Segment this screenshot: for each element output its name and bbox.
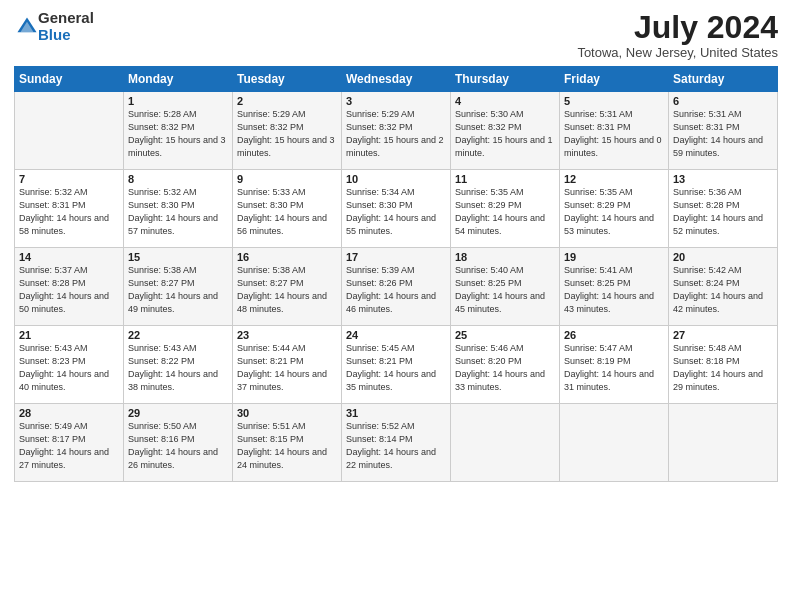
day-number: 24 (346, 329, 446, 341)
day-number: 30 (237, 407, 337, 419)
title-block: July 2024 Totowa, New Jersey, United Sta… (577, 10, 778, 60)
day-info: Sunrise: 5:36 AMSunset: 8:28 PMDaylight:… (673, 186, 773, 238)
day-info: Sunrise: 5:31 AMSunset: 8:31 PMDaylight:… (564, 108, 664, 160)
day-number: 3 (346, 95, 446, 107)
day-info: Sunrise: 5:52 AMSunset: 8:14 PMDaylight:… (346, 420, 446, 472)
logo-general: General (38, 10, 94, 27)
day-cell: 26Sunrise: 5:47 AMSunset: 8:19 PMDayligh… (560, 326, 669, 404)
day-info: Sunrise: 5:34 AMSunset: 8:30 PMDaylight:… (346, 186, 446, 238)
day-cell: 29Sunrise: 5:50 AMSunset: 8:16 PMDayligh… (124, 404, 233, 482)
day-info: Sunrise: 5:38 AMSunset: 8:27 PMDaylight:… (128, 264, 228, 316)
header-tuesday: Tuesday (233, 67, 342, 92)
day-number: 20 (673, 251, 773, 263)
day-cell: 18Sunrise: 5:40 AMSunset: 8:25 PMDayligh… (451, 248, 560, 326)
day-info: Sunrise: 5:32 AMSunset: 8:30 PMDaylight:… (128, 186, 228, 238)
day-info: Sunrise: 5:43 AMSunset: 8:22 PMDaylight:… (128, 342, 228, 394)
day-cell: 10Sunrise: 5:34 AMSunset: 8:30 PMDayligh… (342, 170, 451, 248)
day-number: 17 (346, 251, 446, 263)
day-number: 27 (673, 329, 773, 341)
main-title: July 2024 (577, 10, 778, 45)
day-info: Sunrise: 5:43 AMSunset: 8:23 PMDaylight:… (19, 342, 119, 394)
day-cell: 7Sunrise: 5:32 AMSunset: 8:31 PMDaylight… (15, 170, 124, 248)
day-cell (451, 404, 560, 482)
day-info: Sunrise: 5:47 AMSunset: 8:19 PMDaylight:… (564, 342, 664, 394)
day-number: 29 (128, 407, 228, 419)
week-row-4: 21Sunrise: 5:43 AMSunset: 8:23 PMDayligh… (15, 326, 778, 404)
header-row: Sunday Monday Tuesday Wednesday Thursday… (15, 67, 778, 92)
day-cell (669, 404, 778, 482)
day-cell: 4Sunrise: 5:30 AMSunset: 8:32 PMDaylight… (451, 92, 560, 170)
day-cell: 2Sunrise: 5:29 AMSunset: 8:32 PMDaylight… (233, 92, 342, 170)
day-cell: 30Sunrise: 5:51 AMSunset: 8:15 PMDayligh… (233, 404, 342, 482)
day-number: 13 (673, 173, 773, 185)
day-info: Sunrise: 5:38 AMSunset: 8:27 PMDaylight:… (237, 264, 337, 316)
week-row-2: 7Sunrise: 5:32 AMSunset: 8:31 PMDaylight… (15, 170, 778, 248)
day-cell: 11Sunrise: 5:35 AMSunset: 8:29 PMDayligh… (451, 170, 560, 248)
day-number: 1 (128, 95, 228, 107)
day-cell: 1Sunrise: 5:28 AMSunset: 8:32 PMDaylight… (124, 92, 233, 170)
week-row-1: 1Sunrise: 5:28 AMSunset: 8:32 PMDaylight… (15, 92, 778, 170)
day-cell: 17Sunrise: 5:39 AMSunset: 8:26 PMDayligh… (342, 248, 451, 326)
week-row-3: 14Sunrise: 5:37 AMSunset: 8:28 PMDayligh… (15, 248, 778, 326)
day-info: Sunrise: 5:49 AMSunset: 8:17 PMDaylight:… (19, 420, 119, 472)
day-cell: 22Sunrise: 5:43 AMSunset: 8:22 PMDayligh… (124, 326, 233, 404)
day-cell: 24Sunrise: 5:45 AMSunset: 8:21 PMDayligh… (342, 326, 451, 404)
day-number: 12 (564, 173, 664, 185)
day-cell: 13Sunrise: 5:36 AMSunset: 8:28 PMDayligh… (669, 170, 778, 248)
day-cell: 21Sunrise: 5:43 AMSunset: 8:23 PMDayligh… (15, 326, 124, 404)
day-info: Sunrise: 5:40 AMSunset: 8:25 PMDaylight:… (455, 264, 555, 316)
day-number: 5 (564, 95, 664, 107)
day-number: 16 (237, 251, 337, 263)
day-info: Sunrise: 5:42 AMSunset: 8:24 PMDaylight:… (673, 264, 773, 316)
day-info: Sunrise: 5:28 AMSunset: 8:32 PMDaylight:… (128, 108, 228, 160)
subtitle: Totowa, New Jersey, United States (577, 45, 778, 60)
day-info: Sunrise: 5:37 AMSunset: 8:28 PMDaylight:… (19, 264, 119, 316)
header-monday: Monday (124, 67, 233, 92)
header-sunday: Sunday (15, 67, 124, 92)
day-cell: 12Sunrise: 5:35 AMSunset: 8:29 PMDayligh… (560, 170, 669, 248)
day-cell: 25Sunrise: 5:46 AMSunset: 8:20 PMDayligh… (451, 326, 560, 404)
day-cell: 23Sunrise: 5:44 AMSunset: 8:21 PMDayligh… (233, 326, 342, 404)
day-number: 23 (237, 329, 337, 341)
header-saturday: Saturday (669, 67, 778, 92)
header-wednesday: Wednesday (342, 67, 451, 92)
day-info: Sunrise: 5:33 AMSunset: 8:30 PMDaylight:… (237, 186, 337, 238)
logo-text: General Blue (38, 10, 94, 43)
day-number: 4 (455, 95, 555, 107)
day-number: 25 (455, 329, 555, 341)
day-info: Sunrise: 5:31 AMSunset: 8:31 PMDaylight:… (673, 108, 773, 160)
day-number: 10 (346, 173, 446, 185)
day-number: 8 (128, 173, 228, 185)
day-number: 18 (455, 251, 555, 263)
day-cell: 27Sunrise: 5:48 AMSunset: 8:18 PMDayligh… (669, 326, 778, 404)
day-number: 9 (237, 173, 337, 185)
day-cell: 16Sunrise: 5:38 AMSunset: 8:27 PMDayligh… (233, 248, 342, 326)
day-info: Sunrise: 5:41 AMSunset: 8:25 PMDaylight:… (564, 264, 664, 316)
day-number: 15 (128, 251, 228, 263)
day-info: Sunrise: 5:29 AMSunset: 8:32 PMDaylight:… (346, 108, 446, 160)
header: General Blue July 2024 Totowa, New Jerse… (14, 10, 778, 60)
day-number: 19 (564, 251, 664, 263)
day-info: Sunrise: 5:50 AMSunset: 8:16 PMDaylight:… (128, 420, 228, 472)
day-info: Sunrise: 5:46 AMSunset: 8:20 PMDaylight:… (455, 342, 555, 394)
day-cell: 6Sunrise: 5:31 AMSunset: 8:31 PMDaylight… (669, 92, 778, 170)
day-number: 22 (128, 329, 228, 341)
week-row-5: 28Sunrise: 5:49 AMSunset: 8:17 PMDayligh… (15, 404, 778, 482)
day-cell: 19Sunrise: 5:41 AMSunset: 8:25 PMDayligh… (560, 248, 669, 326)
day-number: 14 (19, 251, 119, 263)
logo-icon (16, 16, 38, 38)
day-info: Sunrise: 5:35 AMSunset: 8:29 PMDaylight:… (455, 186, 555, 238)
day-info: Sunrise: 5:45 AMSunset: 8:21 PMDaylight:… (346, 342, 446, 394)
day-info: Sunrise: 5:35 AMSunset: 8:29 PMDaylight:… (564, 186, 664, 238)
day-cell (560, 404, 669, 482)
day-cell: 15Sunrise: 5:38 AMSunset: 8:27 PMDayligh… (124, 248, 233, 326)
day-number: 2 (237, 95, 337, 107)
day-info: Sunrise: 5:30 AMSunset: 8:32 PMDaylight:… (455, 108, 555, 160)
header-friday: Friday (560, 67, 669, 92)
day-cell: 3Sunrise: 5:29 AMSunset: 8:32 PMDaylight… (342, 92, 451, 170)
logo: General Blue (14, 10, 94, 43)
day-number: 31 (346, 407, 446, 419)
header-thursday: Thursday (451, 67, 560, 92)
day-number: 7 (19, 173, 119, 185)
day-cell: 9Sunrise: 5:33 AMSunset: 8:30 PMDaylight… (233, 170, 342, 248)
